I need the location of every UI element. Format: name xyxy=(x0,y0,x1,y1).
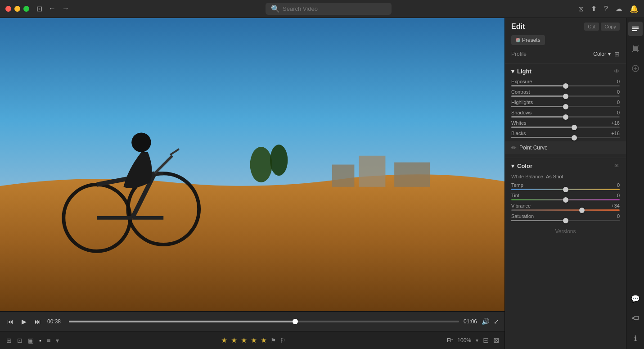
temp-thumb[interactable] xyxy=(563,187,568,192)
divider-2 xyxy=(505,158,626,158)
light-chevron-icon xyxy=(511,68,514,75)
play-button[interactable]: ▶ xyxy=(20,317,28,326)
presets-label: Presets xyxy=(522,37,540,43)
tag-icon[interactable]: ⚐ xyxy=(280,337,286,344)
fit-label: Fit xyxy=(447,337,453,344)
contrast-slider[interactable] xyxy=(511,95,620,97)
forward-icon[interactable]: → xyxy=(62,5,69,13)
exposure-slider[interactable] xyxy=(511,85,620,86)
compare-icon[interactable]: ⊠ xyxy=(493,336,499,344)
main-layout: ⏮ ▶ ⏭ 00:38 01:06 🔊 ⤢ ⊞ ⊡ ▣ ▪ ≡ ▾ xyxy=(0,18,644,349)
back-icon[interactable]: ← xyxy=(49,5,56,13)
maximize-button[interactable] xyxy=(23,6,29,12)
svg-rect-3 xyxy=(394,163,430,187)
healing-strip-icon[interactable] xyxy=(628,61,643,76)
vibrance-thumb[interactable] xyxy=(579,208,585,213)
filter-icon[interactable]: ⧖ xyxy=(579,5,584,13)
sidebar-toggle-icon[interactable]: ⊡ xyxy=(36,5,42,13)
star-5[interactable]: ★ xyxy=(261,336,267,344)
volume-icon[interactable]: 🔊 xyxy=(482,318,489,325)
tint-slider[interactable] xyxy=(511,199,620,200)
share-icon[interactable]: ⬆ xyxy=(591,5,597,13)
skip-back-button[interactable]: ⏮ xyxy=(5,317,15,326)
contrast-label: Contrast xyxy=(511,89,530,95)
video-controls: ⏮ ▶ ⏭ 00:38 01:06 🔊 ⤢ xyxy=(0,311,504,331)
profile-value[interactable]: Color ▾ xyxy=(593,51,611,57)
zoom-out-icon[interactable]: ⊟ xyxy=(483,336,489,344)
vibrance-label: Vibrance xyxy=(511,203,531,208)
whites-row: Whites +16 xyxy=(505,119,626,129)
minimize-button[interactable] xyxy=(14,6,20,12)
crop-strip-icon[interactable] xyxy=(628,41,643,56)
temp-slider[interactable] xyxy=(511,189,620,190)
highlights-label: Highlights xyxy=(511,100,533,105)
traffic-lights xyxy=(5,6,29,12)
close-button[interactable] xyxy=(5,6,11,12)
saturation-thumb[interactable] xyxy=(563,218,568,223)
versions-button[interactable]: Versions xyxy=(555,228,576,235)
light-section-header[interactable]: Light 👁 xyxy=(505,65,626,77)
bell-icon[interactable]: 🔔 xyxy=(630,5,639,13)
small-grid-button[interactable]: ⊡ xyxy=(16,336,23,345)
star-4[interactable]: ★ xyxy=(251,336,257,344)
cloud-icon[interactable]: ☁ xyxy=(615,5,622,13)
highlights-row: Highlights 0 xyxy=(505,98,626,109)
shadows-thumb[interactable] xyxy=(563,114,568,120)
vibrance-slider[interactable] xyxy=(511,209,620,211)
color-chevron-icon xyxy=(511,163,514,169)
help-icon[interactable]: ? xyxy=(604,5,608,13)
view-icons: ⊞ ⊡ ▣ ▪ ≡ ▾ xyxy=(5,336,60,345)
point-curve-label: Point Curve xyxy=(519,145,548,151)
vibrance-row: Vibrance +34 xyxy=(505,202,626,212)
copy-button[interactable]: Copy xyxy=(601,23,620,31)
scrubber[interactable] xyxy=(69,321,459,322)
curve-icon: ✏ xyxy=(511,144,517,151)
whites-thumb[interactable] xyxy=(572,125,577,130)
color-eye-icon[interactable]: 👁 xyxy=(614,163,620,169)
tag-strip-icon[interactable]: 🏷 xyxy=(628,311,643,326)
info-strip-icon[interactable]: ℹ xyxy=(628,331,643,345)
profile-chevron-icon: ▾ xyxy=(608,51,611,57)
grid-view-icon[interactable]: ⊞ xyxy=(614,50,620,58)
list-view-button[interactable]: ≡ xyxy=(46,336,51,345)
list-chevron-button[interactable]: ▾ xyxy=(55,336,60,345)
white-balance-row: White Balance As Shot xyxy=(505,172,626,181)
light-eye-icon[interactable]: 👁 xyxy=(614,68,620,75)
grid-view-button[interactable]: ⊞ xyxy=(5,336,13,345)
nav-icons: ⊡ ← → xyxy=(36,5,69,13)
highlights-thumb[interactable] xyxy=(563,104,568,109)
comment-strip-icon[interactable]: 💬 xyxy=(628,291,643,306)
svg-point-5 xyxy=(270,145,288,176)
edit-strip-icon[interactable] xyxy=(628,22,643,36)
color-section-header[interactable]: Color 👁 xyxy=(505,160,626,172)
profile-row: Profile Color ▾ ⊞ xyxy=(505,49,626,61)
saturation-slider[interactable] xyxy=(511,220,620,221)
star-2[interactable]: ★ xyxy=(231,336,237,344)
shadows-slider[interactable] xyxy=(511,116,620,118)
presets-button[interactable]: Presets xyxy=(511,35,545,45)
tint-label: Tint xyxy=(511,193,519,198)
zoom-level: 100% xyxy=(457,337,471,344)
star-3[interactable]: ★ xyxy=(241,336,247,344)
contrast-value: 0 xyxy=(607,89,620,95)
highlights-slider[interactable] xyxy=(511,106,620,107)
fullscreen-button[interactable]: ⤢ xyxy=(494,318,499,325)
blacks-slider[interactable] xyxy=(511,137,620,138)
flag-icon[interactable]: ⚑ xyxy=(270,337,276,344)
star-1[interactable]: ★ xyxy=(221,336,227,344)
square-view-button[interactable]: ▣ xyxy=(27,336,35,345)
zoom-chevron[interactable]: ▾ xyxy=(476,337,478,344)
scrubber-thumb[interactable] xyxy=(293,319,298,324)
light-title: Light xyxy=(511,68,531,75)
video-frame xyxy=(0,18,504,311)
exposure-thumb[interactable] xyxy=(563,83,568,89)
cut-button[interactable]: Cut xyxy=(584,23,599,31)
contrast-thumb[interactable] xyxy=(563,94,568,99)
bottom-center: ★ ★ ★ ★ ★ ⚑ ⚐ xyxy=(64,336,442,344)
next-frame-button[interactable]: ⏭ xyxy=(33,317,43,326)
whites-slider[interactable] xyxy=(511,127,620,128)
single-view-button[interactable]: ▪ xyxy=(38,336,42,345)
blacks-thumb[interactable] xyxy=(572,135,577,141)
tint-thumb[interactable] xyxy=(563,197,568,203)
search-input[interactable] xyxy=(283,5,386,12)
